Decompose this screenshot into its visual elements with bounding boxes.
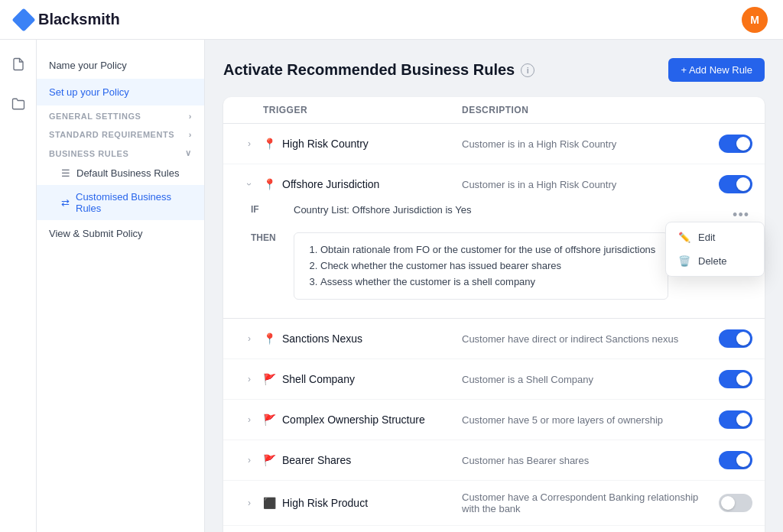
toggle-col-5: [707, 410, 752, 429]
table-row: › 🚩 Complex Ownership Structure Customer…: [223, 400, 765, 440]
context-delete[interactable]: 🗑️ Delete: [666, 249, 764, 273]
expand-btn-5[interactable]: ›: [236, 414, 263, 425]
toggle-col-6: [707, 451, 752, 469]
then-label: THEN: [251, 232, 281, 300]
topnav: Blacksmith M: [0, 0, 783, 40]
add-new-rule-button[interactable]: + Add New Rule: [668, 58, 765, 82]
pin-icon: 📍: [263, 138, 276, 150]
sidebar-section-standard[interactable]: STANDARD REQUIREMENTS ›: [37, 124, 204, 142]
toggle-switch-3[interactable]: [719, 329, 752, 348]
desc-cell-5: Customer have 5 or more layers of owners…: [462, 414, 707, 426]
trigger-cell-3: 📍 Sanctions Nexus: [263, 332, 462, 345]
main-content: Activate Recommended Business Rules i + …: [205, 40, 783, 532]
brand-diamond-icon: [11, 8, 35, 31]
sidebar-item-custom-rules[interactable]: ⇄ Customised Business Rules: [37, 185, 204, 220]
sidebar-section-general[interactable]: GENERAL SETTINGS ›: [37, 105, 204, 124]
chevron-down-icon: ∨: [185, 148, 192, 158]
trigger-cell-6: 🚩 Bearer Shares: [263, 454, 462, 466]
sidebar-setup-policy[interactable]: Set up your Policy: [37, 79, 204, 105]
table-row: › ⬛ High Risk Product Customer have a Re…: [223, 526, 765, 532]
sidebar-section-business[interactable]: BUSINESS RULES ∨: [37, 142, 204, 161]
delete-icon: 🗑️: [678, 255, 690, 267]
page-title: Activate Recommended Business Rules i: [223, 61, 534, 79]
table-row: › ⬛ High Risk Product Customer have a Co…: [223, 481, 765, 526]
condition-item-3: Assess whether the customer is a shell c…: [320, 274, 655, 290]
trigger-cell-5: 🚩 Complex Ownership Structure: [263, 414, 462, 426]
info-icon[interactable]: i: [521, 63, 534, 77]
condition-box: Obtain rationale from FO or the customer…: [294, 232, 668, 300]
desc-cell-4: Customer is a Shell Company: [462, 374, 707, 385]
toggle-col-3: [707, 329, 752, 348]
edit-icon: ✏️: [678, 232, 690, 243]
sidebar-item-default-rules[interactable]: ☰ Default Business Rules: [37, 161, 204, 185]
toggle-col-7: [707, 494, 752, 512]
layout: Name your Policy Set up your Policy GENE…: [0, 40, 783, 532]
folder-icon[interactable]: [6, 92, 31, 116]
toggle-switch-2[interactable]: [719, 175, 752, 193]
avatar[interactable]: M: [742, 7, 768, 33]
col-description: Description: [462, 105, 707, 115]
pin-icon-2: 📍: [263, 178, 276, 190]
flag-red-icon-2: 🚩: [263, 414, 276, 426]
table-row: › 📍 Sanctions Nexus Customer have direct…: [223, 319, 765, 359]
table-header: Trigger Description: [223, 97, 765, 124]
desc-cell-3: Customer have direct or indirect Sanctio…: [462, 333, 707, 345]
table-row: › 📍 Offshore Jurisdiction Customer is in…: [223, 164, 765, 204]
trigger-cell-4: 🚩 Shell Company: [263, 373, 462, 385]
table-row: › 🚩 Shell Company Customer is a Shell Co…: [223, 359, 765, 400]
flag-blue-icon: ⬛: [263, 497, 276, 509]
brand-logo: Blacksmith: [15, 11, 120, 28]
expand-btn-6[interactable]: ›: [236, 455, 263, 466]
condition-if-value: Country List: Offshore Jurisdiction is Y…: [294, 204, 471, 226]
rules-table: Trigger Description › 📍 High Risk Countr…: [223, 97, 765, 532]
share-icon: ⇄: [61, 197, 70, 209]
document-icon[interactable]: [6, 52, 31, 76]
brand-name: Blacksmith: [38, 11, 120, 28]
desc-cell: Customer is in a High Risk Country: [462, 138, 707, 150]
flag-red-icon-3: 🚩: [263, 454, 276, 466]
table-row: › 🚩 Bearer Shares Customer has Bearer sh…: [223, 440, 765, 481]
expand-btn-4[interactable]: ›: [236, 374, 263, 384]
desc-cell-2: Customer is in a High Risk Country: [462, 179, 707, 190]
context-edit[interactable]: ✏️ Edit: [666, 225, 764, 249]
list-icon: ☰: [61, 167, 70, 179]
expand-button[interactable]: ›: [236, 138, 263, 149]
toggle-switch-5[interactable]: [719, 410, 752, 429]
left-icons-panel: [0, 40, 37, 532]
trigger-cell-7: ⬛ High Risk Product: [263, 497, 462, 509]
if-label: IF: [251, 204, 281, 226]
toggle-col-4: [707, 370, 752, 388]
expand-button-2[interactable]: ›: [244, 170, 255, 198]
col-trigger: Trigger: [263, 105, 462, 115]
condition-item-2: Check whether the customer has issued be…: [320, 258, 655, 274]
sidebar-view-submit[interactable]: View & Submit Policy: [37, 220, 204, 247]
trigger-cell-2: 📍 Offshore Jurisdiction: [263, 178, 462, 190]
desc-cell-7: Customer have a Correspondent Banking re…: [462, 491, 707, 514]
pin-icon-3: 📍: [263, 332, 276, 345]
toggle-switch-6[interactable]: [719, 451, 752, 469]
flag-red-icon: 🚩: [263, 373, 276, 385]
expand-btn-3[interactable]: ›: [236, 333, 263, 344]
chevron-right-icon-2: ›: [189, 130, 192, 139]
chevron-right-icon: ›: [189, 112, 192, 121]
trigger-cell: 📍 High Risk Country: [263, 138, 462, 150]
toggle-col-2: [707, 175, 752, 193]
page-header: Activate Recommended Business Rules i + …: [223, 58, 765, 82]
sidebar: Name your Policy Set up your Policy GENE…: [37, 40, 205, 532]
sidebar-name-policy[interactable]: Name your Policy: [37, 52, 204, 79]
toggle-switch-4[interactable]: [719, 370, 752, 388]
context-menu: ✏️ Edit 🗑️ Delete: [665, 222, 765, 277]
toggle-col: [707, 135, 752, 153]
toggle-switch[interactable]: [719, 135, 752, 153]
table-row: › 📍 High Risk Country Customer is in a H…: [223, 124, 765, 164]
desc-cell-6: Customer has Bearer shares: [462, 455, 707, 466]
expand-btn-7[interactable]: ›: [236, 498, 263, 508]
toggle-switch-7[interactable]: [719, 494, 752, 512]
condition-item-1: Obtain rationale from FO or the customer…: [320, 242, 655, 258]
